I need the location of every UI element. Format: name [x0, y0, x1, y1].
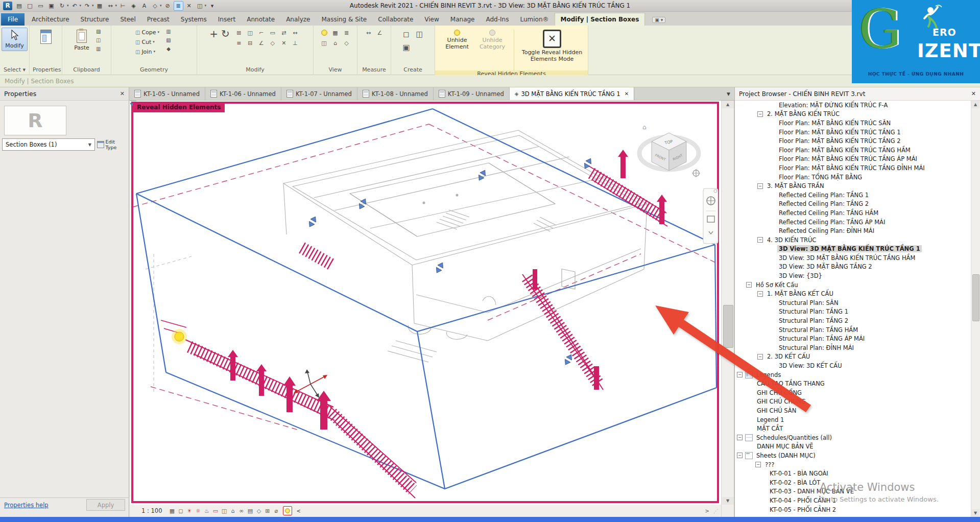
unhide-element-button[interactable]: Unhide Element [440, 28, 474, 50]
drawing-area[interactable]: Reveal Hidden Elements [130, 101, 721, 517]
ribbon-tab-architecture[interactable]: Architecture [26, 13, 75, 26]
tree-item[interactable]: KT-0-02 - BÌA LÓT [735, 478, 971, 487]
print-icon[interactable]: ▦ [95, 1, 105, 11]
tree-item-selected[interactable]: 3D View: 3D MẶT BẰNG KIẾN TRÚC TẦNG 1 [735, 245, 971, 254]
modify-tool-icon[interactable]: ⊟ [248, 40, 252, 46]
tree-collapse-icon[interactable]: − [737, 435, 743, 440]
customize-qat-icon[interactable]: ▾ [207, 1, 217, 11]
tree-item[interactable]: Reflected Ceiling Plan: TẦNG 2 [735, 200, 971, 209]
pb-scrollbar-thumb[interactable] [972, 274, 979, 321]
ribbon-tab-insert[interactable]: Insert [212, 13, 241, 26]
modify-tool-icon[interactable]: ⊥ [293, 40, 298, 46]
pb-scroll-down-icon[interactable]: ▼ [971, 509, 979, 517]
resize-grip[interactable]: ⋰ [713, 508, 718, 514]
tree-item[interactable]: 3D View: 3D KẾT CẤU [735, 361, 971, 370]
tree-item[interactable]: Floor Plan: MẶT BẰNG KIẾN TRÚC SÂN [735, 118, 971, 128]
measure-icon-dropdown[interactable]: ▾ [115, 4, 117, 8]
viewcube[interactable]: N TOP FRONT RIGHT ⌂ [639, 124, 700, 177]
properties-panel-header[interactable]: Properties ✕ [0, 87, 129, 101]
edit-type-button[interactable]: Edit Type [97, 138, 127, 151]
tree-item[interactable]: KT-0-01 - BÌA NGOÀI [735, 469, 971, 478]
section-box[interactable] [136, 109, 716, 489]
join-button[interactable]: ◫Join▾ [135, 47, 159, 56]
modify-tool-icon[interactable]: ⇄ [281, 30, 286, 36]
ribbon-tab-collaborate[interactable]: Collaborate [372, 13, 419, 26]
tree-collapse-icon[interactable]: − [757, 111, 763, 117]
building-wireframe[interactable] [283, 130, 647, 362]
tree-item[interactable]: −Sheets (DANH MỤC) [735, 451, 971, 460]
view-tab[interactable]: KT-1-07 - Unnamed [281, 87, 357, 100]
rotate-icon[interactable]: ↻ [221, 28, 230, 40]
tree-item[interactable]: Legend 1 [735, 415, 971, 424]
undo-icon-dropdown[interactable]: ▾ [80, 4, 82, 8]
modify-tool-icon[interactable]: ∠ [259, 40, 264, 46]
modify-tool-icon[interactable]: ↔ [293, 30, 297, 36]
properties-help-link[interactable]: Properties help [4, 502, 49, 509]
3d-view[interactable]: N TOP FRONT RIGHT ⌂ [130, 101, 721, 505]
canvas-vertical-scrollbar[interactable]: ▲ ▼ [721, 101, 734, 517]
paste-button[interactable]: Paste [70, 28, 93, 53]
modify-tool-icon[interactable]: ✕ [281, 40, 286, 46]
ribbon-tab-add-ins[interactable]: Add-Ins [480, 13, 514, 26]
view-tool-icon[interactable]: ≣ [344, 30, 349, 36]
ribbon-tab-analyze[interactable]: Analyze [280, 13, 316, 26]
tree-item[interactable]: −3. MẶT BẰNG TRẦN [735, 181, 971, 191]
collapse-icon[interactable]: < [296, 508, 300, 514]
selected-element-highlight[interactable] [172, 329, 187, 344]
tree-item[interactable]: 3D View: {3D} [735, 271, 971, 280]
tree-item[interactable]: −Hồ Sơ Kết Cấu [735, 280, 971, 290]
switch-windows-icon-dropdown[interactable]: ▾ [205, 4, 207, 8]
tree-item[interactable]: −1. MẶT BẰNG KẾT CẤU [735, 289, 971, 298]
cut-button[interactable]: ◫Cut▾ [135, 37, 159, 46]
view-tab-active[interactable]: ◈3D MẶT BẰNG KIẾN TRÚC TẦNG 1✕ [510, 87, 634, 100]
ribbon-tab-file[interactable]: File [1, 13, 25, 26]
redo-icon[interactable]: ↷ [82, 1, 92, 11]
tree-collapse-icon[interactable]: − [757, 291, 763, 297]
aligned-dimension-icon[interactable]: ⊢ [118, 1, 128, 11]
tag-icon[interactable]: ◈ [129, 1, 138, 11]
sun-path-icon[interactable]: ☀ [185, 507, 193, 515]
tree-item[interactable]: GHI CHÚ CỔNG [735, 388, 971, 397]
tree-item[interactable]: Floor Plan: TỔNG MẶT BẰNG [735, 173, 971, 182]
tree-collapse-icon[interactable]: − [737, 372, 743, 377]
properties-close-icon[interactable]: ✕ [120, 90, 125, 97]
temporary-view-properties-icon[interactable]: ▤ [246, 507, 254, 515]
reveal-constraints-icon[interactable]: ⌀ [272, 507, 280, 515]
tree-item[interactable]: 3D View: 3D MẶT BẰNG KIẾN TRÚC TẦNG HẦM [735, 253, 971, 263]
move-icon[interactable]: + [209, 28, 218, 40]
tree-item[interactable]: Floor Plan: MẶT BẰNG KIẾN TRÚC TẦNG 1 [735, 128, 971, 137]
ribbon-tab-precast[interactable]: Precast [141, 13, 175, 26]
tree-item[interactable]: Reflected Ceiling Plan: TẦNG HẦM [735, 208, 971, 218]
tree-collapse-icon[interactable]: − [757, 237, 763, 243]
view-tool-icon[interactable]: ⌂ [333, 40, 337, 46]
tree-item[interactable]: MẶT CẮT [735, 424, 971, 433]
modify-tool-icon[interactable]: ▭ [270, 30, 275, 36]
scroll-up-icon[interactable]: ▲ [722, 101, 734, 108]
locked-view-icon[interactable]: ⌂ [229, 507, 236, 515]
clipboard-tool-icon[interactable]: ◫ [94, 36, 103, 44]
type-selector-dropdown[interactable]: Section Boxes (1) ▼ [2, 138, 95, 151]
scroll-down-icon[interactable]: ▼ [722, 497, 734, 505]
tree-item[interactable]: Floor Plan: MẶT BẰNG KIẾN TRÚC TẦNG ĐỈNH… [735, 163, 971, 173]
tree-item[interactable]: Structural Plan: TẦNG ÁP MÁI [735, 334, 971, 343]
tree-item[interactable]: Reflected Ceiling Plan: TẦNG 1 [735, 191, 971, 200]
switch-windows-icon[interactable]: ◫ [195, 1, 205, 11]
cope-button[interactable]: ◫Cope▾ [135, 28, 159, 37]
view-tab[interactable]: KT-1-08 - Unnamed [357, 87, 434, 100]
properties-button[interactable] [37, 28, 55, 46]
sync-icon-dropdown[interactable]: ▾ [67, 4, 69, 8]
pb-scroll-up-icon[interactable]: ▲ [971, 101, 979, 108]
project-browser-scrollbar[interactable]: ▲ ▼ [971, 101, 980, 517]
tree-item[interactable]: 3D View: 3D MẶT BẰNG TẦNG 2 [735, 263, 971, 272]
ribbon-tab-view[interactable]: View [419, 13, 444, 26]
ribbon-tab-modify-section-boxes[interactable]: Modify | Section Boxes [555, 13, 646, 26]
tree-item[interactable]: Structural Plan: ĐỈNH MÁI [735, 343, 971, 352]
render-icon[interactable]: ♨ [203, 507, 210, 515]
ribbon-tab-manage[interactable]: Manage [445, 13, 481, 26]
modify-button[interactable]: Modify [2, 28, 27, 51]
save-icon[interactable]: ▣ [46, 1, 56, 11]
view-tool-icon[interactable]: ◫ [321, 40, 326, 46]
tree-item[interactable]: −Legends [735, 370, 971, 379]
ribbon-display-toggle[interactable]: ▣ ▾ [652, 17, 665, 23]
measure-tool-icon[interactable]: ∠ [377, 30, 383, 36]
